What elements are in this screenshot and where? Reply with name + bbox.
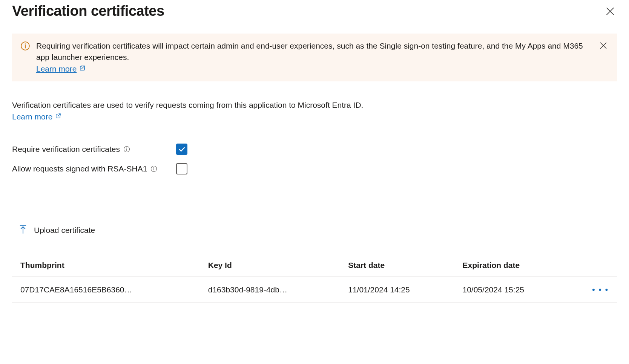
ellipsis-icon: • • • xyxy=(592,285,609,294)
upload-icon xyxy=(19,224,27,236)
allow-rsa-label-wrap: Allow requests signed with RSA-SHA1 xyxy=(12,164,176,173)
upload-certificate-button[interactable]: Upload certificate xyxy=(12,224,95,236)
require-verification-row: Require verification certificates xyxy=(12,144,617,155)
certificates-table-wrap: Thumbprint Key Id Start date Expiration … xyxy=(12,254,617,303)
info-banner-message: Requiring verification certificates will… xyxy=(36,41,583,61)
upload-certificate-label: Upload certificate xyxy=(34,226,95,235)
col-key-id[interactable]: Key Id xyxy=(200,254,340,277)
cell-start-date: 11/01/2024 14:25 xyxy=(340,277,454,303)
svg-point-8 xyxy=(126,148,127,148)
info-banner: Requiring verification certificates will… xyxy=(12,34,617,81)
dismiss-banner-button[interactable] xyxy=(598,40,609,51)
info-banner-message-block: Requiring verification certificates will… xyxy=(36,40,589,75)
cell-key-id: d163b30d-9819-4db… xyxy=(200,277,340,303)
verification-certificates-panel: Verification certificates Requiring veri… xyxy=(0,0,629,318)
description-text: Verification certificates are used to ve… xyxy=(12,101,363,109)
col-thumbprint[interactable]: Thumbprint xyxy=(12,254,200,277)
banner-learn-more-link[interactable]: Learn more xyxy=(36,64,86,73)
certificates-table: Thumbprint Key Id Start date Expiration … xyxy=(12,254,617,303)
svg-point-3 xyxy=(25,43,26,44)
row-more-actions-button[interactable]: • • • xyxy=(569,277,617,303)
svg-rect-9 xyxy=(126,149,127,151)
settings-block: Require verification certificates Allow … xyxy=(12,144,617,174)
page-title: Verification certificates xyxy=(12,3,164,19)
panel-header: Verification certificates xyxy=(12,0,617,34)
table-row[interactable]: 07D17CAE8A16516E5B6360… d163b30d-9819-4d… xyxy=(12,277,617,303)
col-start-date[interactable]: Start date xyxy=(340,254,454,277)
close-icon xyxy=(605,6,615,17)
require-verification-label: Require verification certificates xyxy=(12,145,120,154)
info-icon[interactable] xyxy=(123,145,130,153)
cell-expiration-date: 10/05/2024 15:25 xyxy=(454,277,569,303)
external-link-icon xyxy=(79,63,86,75)
info-icon xyxy=(20,41,30,54)
external-link-icon xyxy=(55,111,61,122)
description-learn-more-text: Learn more xyxy=(12,112,52,121)
table-header-row: Thumbprint Key Id Start date Expiration … xyxy=(12,254,617,277)
svg-rect-12 xyxy=(154,168,155,171)
col-actions xyxy=(569,254,617,277)
svg-rect-4 xyxy=(25,45,26,49)
cell-thumbprint: 07D17CAE8A16516E5B6360… xyxy=(12,277,200,303)
info-icon[interactable] xyxy=(150,165,158,173)
allow-rsa-checkbox[interactable] xyxy=(176,163,187,174)
close-panel-button[interactable] xyxy=(603,5,617,18)
allow-rsa-row: Allow requests signed with RSA-SHA1 xyxy=(12,163,617,174)
require-verification-label-wrap: Require verification certificates xyxy=(12,145,176,154)
close-icon xyxy=(599,41,608,50)
description-block: Verification certificates are used to ve… xyxy=(12,99,617,122)
allow-rsa-label: Allow requests signed with RSA-SHA1 xyxy=(12,164,147,173)
description-learn-more-link[interactable]: Learn more xyxy=(12,112,61,121)
banner-learn-more-text: Learn more xyxy=(36,64,77,73)
col-expiration-date[interactable]: Expiration date xyxy=(454,254,569,277)
svg-point-11 xyxy=(153,167,154,168)
require-verification-checkbox[interactable] xyxy=(176,144,187,155)
